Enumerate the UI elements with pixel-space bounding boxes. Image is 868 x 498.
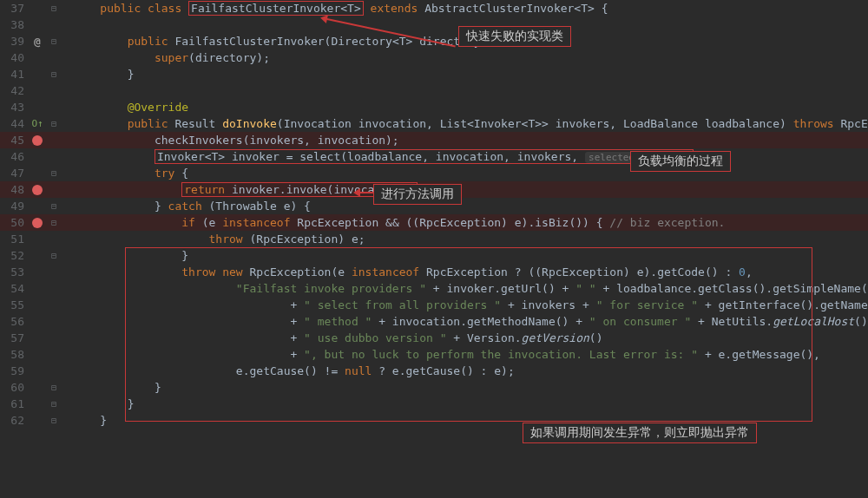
line-number: 49 <box>0 200 28 213</box>
code-line[interactable]: 37⊟ public class FailfastClusterInvoker<… <box>0 0 868 16</box>
code-line[interactable]: 38 <box>0 16 868 33</box>
line-number: 43 <box>0 101 28 114</box>
code-text: e.getCause() != null ? e.getCause() : e)… <box>61 364 868 377</box>
code-line[interactable]: 54 "Failfast invoke providers " + invoke… <box>0 280 868 297</box>
code-line[interactable]: 50⊟ if (e instanceof RpcException && ((R… <box>0 214 868 231</box>
code-text: } <box>61 397 868 410</box>
line-number: 41 <box>0 68 28 81</box>
line-number: 51 <box>0 233 28 246</box>
line-number: 62 <box>0 414 28 427</box>
annotation-impl-class: 快速失败的实现类 <box>458 26 571 47</box>
code-line[interactable]: 46 Invoker<T> invoker = select(loadbalan… <box>0 148 868 165</box>
code-editor[interactable]: 37⊟ public class FailfastClusterInvoker<… <box>0 0 868 498</box>
line-number: 46 <box>0 150 28 163</box>
line-number: 56 <box>0 315 28 328</box>
code-line[interactable]: 41⊟ } <box>0 66 868 82</box>
line-number: 52 <box>0 249 28 262</box>
fold-icon[interactable]: ⊟ <box>47 416 61 425</box>
fold-icon[interactable]: ⊟ <box>47 36 61 46</box>
code-line[interactable]: 61⊟ } <box>0 396 868 412</box>
annotation-method-call: 进行方法调用 <box>373 184 462 205</box>
fold-icon[interactable]: ⊟ <box>47 69 61 79</box>
line-number: 53 <box>0 265 28 278</box>
line-number: 60 <box>0 381 28 394</box>
code-text: return invoker.invoke(invocation); <box>61 183 868 196</box>
code-text: @Override <box>61 101 868 114</box>
breakpoint-icon[interactable] <box>28 185 47 195</box>
line-number: 45 <box>0 134 28 147</box>
line-number: 50 <box>0 216 28 229</box>
code-text: try { <box>61 167 868 180</box>
code-text: } catch (Throwable e) { <box>61 200 868 213</box>
code-text: } <box>61 249 868 262</box>
code-text: "Failfast invoke providers " + invoker.g… <box>61 282 868 295</box>
code-text: + " method " + invocation.getMethodName(… <box>61 315 868 328</box>
code-line[interactable]: 58 + ", but no luck to perform the invoc… <box>0 346 868 363</box>
fold-icon[interactable]: ⊟ <box>47 218 61 227</box>
code-line[interactable]: 40 super(directory); <box>0 49 868 66</box>
fold-icon[interactable]: ⊟ <box>47 119 61 128</box>
code-text: super(directory); <box>61 51 868 64</box>
fold-icon[interactable]: ⊟ <box>47 399 61 409</box>
code-text: throw (RpcException) e; <box>61 233 868 246</box>
code-text: public class FailfastClusterInvoker<T> e… <box>61 2 868 15</box>
line-number: 42 <box>0 84 28 97</box>
code-text: public Result doInvoke(Invocation invoca… <box>61 117 868 130</box>
fold-icon[interactable]: ⊟ <box>47 3 61 13</box>
code-line[interactable]: 42 <box>0 82 868 99</box>
code-text: + ", but no luck to perform the invocati… <box>61 348 868 361</box>
code-line[interactable]: 47⊟ try { <box>0 165 868 181</box>
annotation-throw-exc: 如果调用期间发生异常，则立即抛出异常 <box>523 423 757 443</box>
code-text: Invoker<T> invoker = select(loadbalance,… <box>61 150 868 163</box>
code-line[interactable]: 60⊟ } <box>0 379 868 396</box>
code-line[interactable]: 43 @Override <box>0 99 868 115</box>
code-line[interactable]: 59 e.getCause() != null ? e.getCause() :… <box>0 363 868 379</box>
line-number: 54 <box>0 282 28 295</box>
line-number: 37 <box>0 2 28 15</box>
line-number: 40 <box>0 51 28 64</box>
code-text: throw new RpcException(e instanceof RpcE… <box>61 265 868 278</box>
code-line[interactable]: 56 + " method " + invocation.getMethodNa… <box>0 313 868 330</box>
fold-icon[interactable]: ⊟ <box>47 251 61 260</box>
line-number: 48 <box>0 183 28 196</box>
highlighted-classname: FailfastClusterInvoker<T> <box>188 1 364 16</box>
code-text: } <box>61 381 868 394</box>
code-text: checkInvokers(invokers, invocation); <box>61 134 868 147</box>
breakpoint-icon[interactable] <box>28 218 47 228</box>
code-line[interactable]: 45 checkInvokers(invokers, invocation); <box>0 132 868 148</box>
fold-icon[interactable]: ⊟ <box>47 201 61 211</box>
line-number: 57 <box>0 331 28 344</box>
line-number: 59 <box>0 364 28 377</box>
code-text: + " select from all providers " + invoke… <box>61 298 868 311</box>
fold-icon[interactable]: ⊟ <box>47 168 61 178</box>
code-text: } <box>61 68 868 81</box>
code-text: if (e instanceof RpcException && ((RpcEx… <box>61 216 868 229</box>
code-line[interactable]: 53 throw new RpcException(e instanceof R… <box>0 264 868 280</box>
code-line[interactable]: 52⊟ } <box>0 247 868 264</box>
annotation-load-balance: 负载均衡的过程 <box>630 151 731 172</box>
code-line[interactable]: 55 + " select from all providers " + inv… <box>0 297 868 313</box>
line-number: 55 <box>0 298 28 311</box>
code-line[interactable]: 57 + " use dubbo version " + Version.get… <box>0 330 868 346</box>
line-number: 39 <box>0 35 28 48</box>
override-icon[interactable]: O↑ <box>28 118 47 129</box>
arrow-icon <box>356 192 373 193</box>
line-number: 44 <box>0 117 28 130</box>
line-number: 47 <box>0 167 28 180</box>
code-line[interactable]: 51 throw (RpcException) e; <box>0 231 868 247</box>
gutter-at-icon: @ <box>28 35 47 48</box>
breakpoint-icon[interactable] <box>28 135 47 146</box>
code-text: + " use dubbo version " + Version.getVer… <box>61 331 868 344</box>
line-number: 58 <box>0 348 28 361</box>
line-number: 61 <box>0 397 28 410</box>
code-line[interactable]: 44O↑⊟ public Result doInvoke(Invocation … <box>0 115 868 132</box>
fold-icon[interactable]: ⊟ <box>47 383 61 392</box>
line-number: 38 <box>0 18 28 31</box>
